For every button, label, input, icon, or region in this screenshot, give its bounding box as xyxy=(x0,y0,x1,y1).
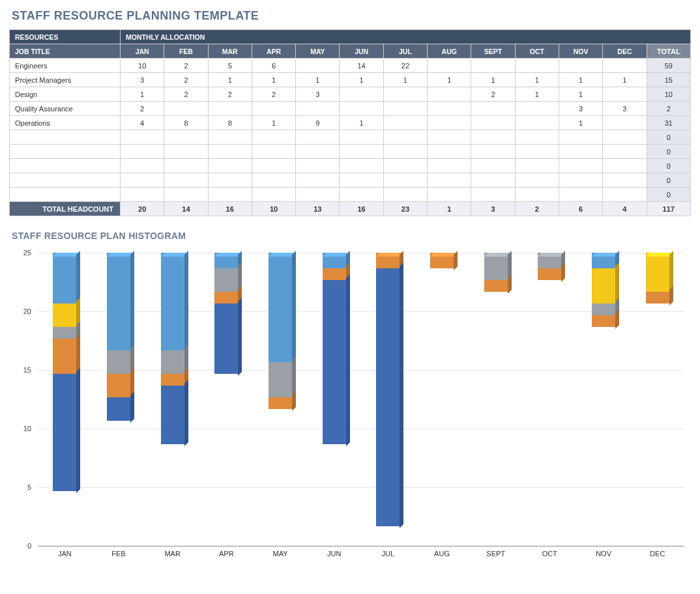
month-header: DEC xyxy=(603,44,647,59)
allocation-cell xyxy=(208,173,252,188)
allocation-cell xyxy=(603,116,647,130)
allocation-cell xyxy=(603,59,647,73)
allocation-cell xyxy=(515,116,559,130)
row-total-cell: 10 xyxy=(647,87,690,102)
allocation-cell: 4 xyxy=(121,116,164,130)
allocation-cell: 22 xyxy=(383,59,427,73)
bar-segment xyxy=(214,257,238,268)
allocation-cell xyxy=(208,130,252,145)
row-total-cell: 15 xyxy=(647,73,690,87)
row-total-cell: 2 xyxy=(647,102,690,116)
bar-segment xyxy=(269,397,292,409)
allocation-cell: 1 xyxy=(340,73,383,87)
column-total-cell: 23 xyxy=(383,202,427,216)
allocation-cell xyxy=(340,159,383,173)
allocation-cell xyxy=(208,102,252,116)
allocation-cell: 1 xyxy=(559,116,602,130)
allocation-cell xyxy=(559,130,602,145)
allocation-cell xyxy=(208,145,252,159)
allocation-cell xyxy=(296,145,340,159)
allocation-cell: 1 xyxy=(121,87,164,102)
bar-segment xyxy=(53,257,76,304)
allocation-cell xyxy=(471,188,515,202)
allocation-cell xyxy=(340,102,383,116)
chart-column xyxy=(254,253,308,546)
bar-segment xyxy=(161,386,184,444)
allocation-cell xyxy=(383,130,427,145)
allocation-cell xyxy=(121,173,164,188)
allocation-cell xyxy=(296,173,340,188)
resources-header: RESOURCES xyxy=(10,30,121,44)
job-title-cell xyxy=(10,145,121,159)
bar-segment xyxy=(214,292,238,304)
table-row: Quality Assurance2332 xyxy=(10,102,691,116)
allocation-cell xyxy=(164,159,208,173)
jobtitle-header: JOB TITLE xyxy=(10,44,121,59)
allocation-cell: 2 xyxy=(252,87,295,102)
column-total-cell: 20 xyxy=(121,202,164,216)
chart-column xyxy=(92,253,146,546)
bar-stack xyxy=(214,253,238,374)
month-header: MAR xyxy=(208,44,252,59)
bar-segment xyxy=(484,280,508,292)
allocation-cell: 2 xyxy=(164,87,208,102)
allocation-cell xyxy=(515,59,559,73)
histogram-title: STAFF RESOURCE PLAN HISTOGRAM xyxy=(12,231,691,241)
month-header: SEPT xyxy=(471,44,515,59)
bar-segment xyxy=(269,362,292,397)
allocation-cell: 2 xyxy=(471,87,515,102)
allocation-cell xyxy=(121,145,164,159)
bar-segment xyxy=(269,257,292,362)
bar-segment xyxy=(53,327,76,339)
bar-stack xyxy=(376,253,400,526)
bar-segment xyxy=(323,268,346,280)
month-header: MAY xyxy=(296,44,340,59)
total-header: TOTAL xyxy=(647,44,690,59)
bar-segment xyxy=(107,257,130,350)
allocation-cell xyxy=(383,116,427,130)
bar-segment xyxy=(214,268,238,292)
x-tick-label: NOV xyxy=(577,550,631,558)
bar-segment xyxy=(376,257,400,268)
month-header: APR xyxy=(252,44,295,59)
x-tick-label: MAY xyxy=(254,550,308,558)
column-total-cell: 16 xyxy=(340,202,383,216)
allocation-cell: 2 xyxy=(164,73,208,87)
allocation-cell: 1 xyxy=(383,73,427,87)
month-header: JAN xyxy=(121,44,164,59)
allocation-cell xyxy=(208,159,252,173)
job-title-cell xyxy=(10,188,121,202)
row-total-cell: 0 xyxy=(647,130,690,145)
allocation-cell xyxy=(515,173,559,188)
row-total-cell: 0 xyxy=(647,159,690,173)
allocation-cell: 1 xyxy=(340,116,383,130)
allocation-cell: 3 xyxy=(296,87,340,102)
bar-stack xyxy=(323,253,346,444)
allocation-cell: 1 xyxy=(559,87,602,102)
allocation-cell xyxy=(252,188,295,202)
table-row: 0 xyxy=(10,159,691,173)
column-total-cell: 10 xyxy=(252,202,295,216)
month-header: OCT xyxy=(515,44,559,59)
allocation-cell xyxy=(296,59,340,73)
allocation-cell: 3 xyxy=(559,102,602,116)
allocation-cell xyxy=(603,87,647,102)
allocation-cell xyxy=(603,159,647,173)
bar-stack xyxy=(107,253,130,421)
row-total-cell: 59 xyxy=(647,59,690,73)
bar-segment xyxy=(376,268,400,526)
month-header: JUL xyxy=(383,44,427,59)
x-tick-label: JUL xyxy=(361,550,415,558)
bar-segment xyxy=(323,257,346,268)
allocation-cell xyxy=(164,188,208,202)
allocation-cell: 8 xyxy=(164,116,208,130)
allocation-cell xyxy=(515,130,559,145)
allocation-cell xyxy=(471,173,515,188)
bar-stack xyxy=(538,253,561,280)
row-total-cell: 0 xyxy=(647,145,690,159)
allocation-cell: 1 xyxy=(559,73,602,87)
allocation-cell xyxy=(296,188,340,202)
allocation-cell xyxy=(559,159,602,173)
bar-segment xyxy=(161,350,184,374)
bar-stack xyxy=(646,253,669,304)
